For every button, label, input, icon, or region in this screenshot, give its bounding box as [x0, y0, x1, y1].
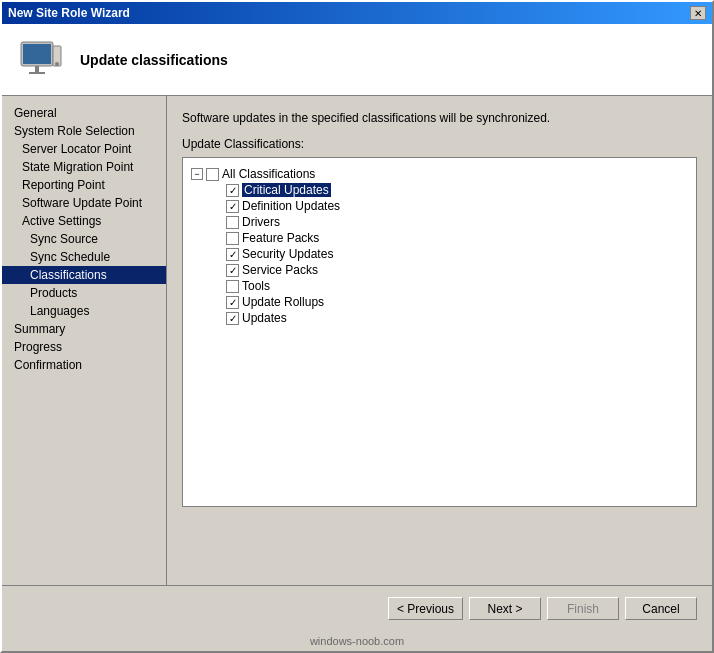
main-content: Software updates in the specified classi… [167, 96, 712, 585]
checkbox-security-updates[interactable] [226, 248, 239, 261]
checkbox-critical-updates[interactable] [226, 184, 239, 197]
checkbox-definition-updates[interactable] [226, 200, 239, 213]
label-update-rollups: Update Rollups [242, 295, 324, 309]
sidebar-item-summary[interactable]: Summary [2, 320, 166, 338]
close-button[interactable]: ✕ [690, 6, 706, 20]
previous-button[interactable]: < Previous [388, 597, 463, 620]
title-bar: New Site Role Wizard ✕ [2, 2, 712, 24]
wizard-header: Update classifications [2, 24, 712, 96]
svg-rect-1 [23, 44, 51, 64]
tree-row-1: Definition Updates [191, 198, 688, 214]
classifications-label: Update Classifications: [182, 137, 697, 151]
tree-row-3: Feature Packs [191, 230, 688, 246]
svg-rect-3 [29, 72, 45, 74]
sidebar-item-progress[interactable]: Progress [2, 338, 166, 356]
checkbox-drivers[interactable] [226, 216, 239, 229]
classifications-box: − All Classifications Critical UpdatesDe… [182, 157, 697, 507]
window-title: New Site Role Wizard [8, 6, 130, 20]
watermark: windows-noob.com [2, 631, 712, 651]
description-text: Software updates in the specified classi… [182, 111, 697, 125]
tree-row-root: − All Classifications [191, 166, 688, 182]
wizard-step-title: Update classifications [80, 52, 228, 68]
checkbox-updates[interactable] [226, 312, 239, 325]
tree-container: − All Classifications Critical UpdatesDe… [191, 166, 688, 326]
sidebar-item-state-migration[interactable]: State Migration Point [2, 158, 166, 176]
tree-row-4: Security Updates [191, 246, 688, 262]
label-drivers: Drivers [242, 215, 280, 229]
svg-rect-2 [35, 66, 39, 72]
checkbox-feature-packs[interactable] [226, 232, 239, 245]
next-button[interactable]: Next > [469, 597, 541, 620]
tree-row-2: Drivers [191, 214, 688, 230]
sidebar-item-confirmation[interactable]: Confirmation [2, 356, 166, 374]
sidebar-item-software-update[interactable]: Software Update Point [2, 194, 166, 212]
sidebar-item-reporting-point[interactable]: Reporting Point [2, 176, 166, 194]
content-area: General System Role Selection Server Loc… [2, 96, 712, 585]
tree-row-0: Critical Updates [191, 182, 688, 198]
tree-row-5: Service Packs [191, 262, 688, 278]
footer: < Previous Next > Finish Cancel [2, 585, 712, 631]
label-feature-packs: Feature Packs [242, 231, 319, 245]
svg-point-5 [55, 62, 59, 66]
sidebar-item-system-role[interactable]: System Role Selection [2, 122, 166, 140]
sidebar-item-sync-source[interactable]: Sync Source [2, 230, 166, 248]
wizard-window: New Site Role Wizard ✕ Update classifica… [0, 0, 714, 653]
wizard-icon [17, 36, 65, 84]
checkbox-all-classifications[interactable] [206, 168, 219, 181]
label-critical-updates: Critical Updates [242, 183, 331, 197]
label-service-packs: Service Packs [242, 263, 318, 277]
label-updates: Updates [242, 311, 287, 325]
sidebar-item-classifications[interactable]: Classifications [2, 266, 166, 284]
sidebar-item-languages[interactable]: Languages [2, 302, 166, 320]
finish-button[interactable]: Finish [547, 597, 619, 620]
sidebar-item-active-settings[interactable]: Active Settings [2, 212, 166, 230]
sidebar-item-server-locator[interactable]: Server Locator Point [2, 140, 166, 158]
tree-row-8: Updates [191, 310, 688, 326]
tree-row-6: Tools [191, 278, 688, 294]
checkbox-service-packs[interactable] [226, 264, 239, 277]
cancel-button[interactable]: Cancel [625, 597, 697, 620]
sidebar: General System Role Selection Server Loc… [2, 96, 167, 585]
checkbox-tools[interactable] [226, 280, 239, 293]
tree-row-7: Update Rollups [191, 294, 688, 310]
sidebar-item-sync-schedule[interactable]: Sync Schedule [2, 248, 166, 266]
checkbox-update-rollups[interactable] [226, 296, 239, 309]
sidebar-item-products[interactable]: Products [2, 284, 166, 302]
sidebar-item-general[interactable]: General [2, 104, 166, 122]
label-security-updates: Security Updates [242, 247, 333, 261]
label-definition-updates: Definition Updates [242, 199, 340, 213]
expand-all-classifications[interactable]: − [191, 168, 203, 180]
label-all-classifications: All Classifications [222, 167, 315, 181]
tree-children: Critical UpdatesDefinition UpdatesDriver… [191, 182, 688, 326]
label-tools: Tools [242, 279, 270, 293]
